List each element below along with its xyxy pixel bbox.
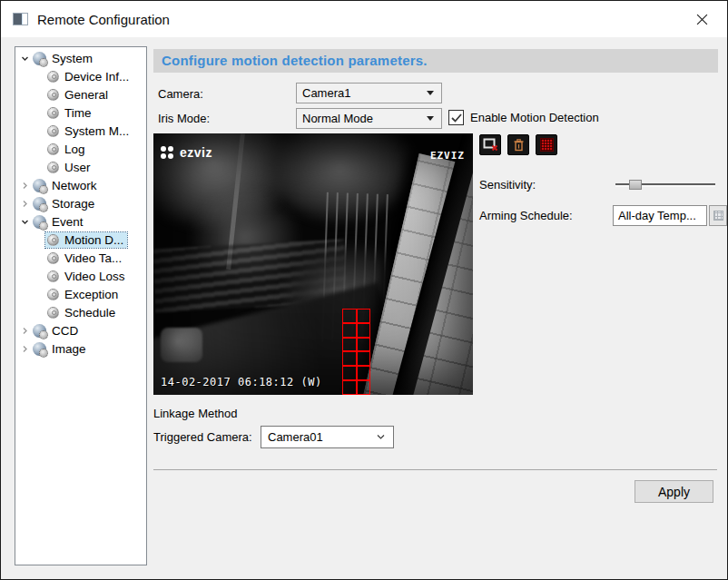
tree-node-label: User bbox=[64, 161, 91, 174]
tree-node-icon bbox=[47, 234, 59, 246]
tree-node-icon bbox=[47, 270, 59, 282]
tree-item-time[interactable]: Time bbox=[15, 103, 146, 122]
triggered-camera-select[interactable]: Camera01 bbox=[261, 426, 394, 448]
tree-item-video-ta[interactable]: Video Ta... bbox=[15, 249, 146, 267]
tree-node-label: Video Loss bbox=[64, 270, 125, 283]
chevron-icon[interactable] bbox=[19, 53, 31, 64]
select-full-area-button[interactable] bbox=[536, 134, 557, 155]
tree-item-user[interactable]: User bbox=[15, 158, 146, 176]
triggered-camera-value: Camera01 bbox=[261, 430, 376, 444]
motion-grid-cell bbox=[342, 380, 357, 395]
window-title: Remote Configuration bbox=[37, 12, 170, 27]
tree-node-icon bbox=[33, 324, 46, 338]
linkage-method-label: Linkage Method bbox=[153, 404, 238, 424]
tree-item-exception[interactable]: Exception bbox=[15, 285, 146, 303]
video-vignette bbox=[153, 133, 473, 395]
motion-grid-cell bbox=[342, 309, 357, 323]
config-tree: System Device Inf... General Time bbox=[15, 46, 147, 565]
chevron-icon[interactable] bbox=[19, 198, 31, 210]
tree-node-icon bbox=[47, 162, 59, 173]
iris-mode-select-value: Normal Mode bbox=[297, 112, 427, 125]
close-icon bbox=[696, 14, 708, 25]
tree-item-image[interactable]: Image bbox=[15, 339, 146, 358]
tree-node-label: Motion D... bbox=[64, 233, 123, 247]
dropdown-arrow-icon bbox=[427, 91, 434, 95]
iris-mode-label: Iris Mode: bbox=[158, 109, 210, 129]
tree-node-label: Image bbox=[52, 342, 86, 356]
window-icon bbox=[13, 13, 28, 25]
section-header-title: Configure motion detection parameters. bbox=[153, 49, 718, 73]
tree-item-video-loss[interactable]: Video Loss bbox=[15, 267, 146, 285]
remote-configuration-window: Remote Configuration System Device Inf..… bbox=[0, 0, 728, 580]
tree-item-general[interactable]: General bbox=[15, 85, 146, 103]
tree-node-icon bbox=[47, 143, 59, 155]
tree-node-icon bbox=[33, 215, 46, 229]
tree-node-icon bbox=[47, 107, 59, 119]
chevron-down-icon bbox=[376, 432, 386, 442]
apply-button[interactable]: Apply bbox=[635, 480, 713, 503]
tree-node-icon bbox=[47, 307, 59, 319]
tree-node-label: Network bbox=[52, 179, 97, 192]
tree-item-system-m[interactable]: System M... bbox=[15, 122, 146, 140]
osd-brand-text: EZVIZ bbox=[430, 150, 465, 162]
sensitivity-slider[interactable] bbox=[615, 179, 715, 192]
arming-schedule-control: All-day Temp... bbox=[613, 205, 727, 226]
tree-node-label: CCD bbox=[52, 324, 78, 338]
tree-node-icon bbox=[47, 252, 59, 264]
motion-grid-cell bbox=[342, 351, 357, 366]
tree-node-icon bbox=[47, 71, 59, 83]
tree-item-motion-d[interactable]: Motion D... bbox=[15, 231, 146, 249]
chevron-icon[interactable] bbox=[19, 180, 31, 192]
motion-grid-cell bbox=[357, 309, 371, 323]
tree-node-icon bbox=[33, 52, 46, 65]
tree-node-icon bbox=[33, 342, 46, 356]
tree-node-icon bbox=[47, 89, 59, 101]
motion-detection-grid bbox=[342, 309, 370, 395]
triggered-camera-label: Triggered Camera: bbox=[153, 428, 252, 447]
tree-node-label: Schedule bbox=[64, 306, 115, 319]
motion-grid-cell bbox=[357, 323, 371, 338]
video-preview-canvas[interactable]: ezviz EZVIZ 14-02-2017 06:18:12 (W) bbox=[153, 133, 473, 395]
tree-node-label: System M... bbox=[64, 124, 129, 138]
titlebar: Remote Configuration bbox=[1, 1, 727, 37]
tree-node-label: Event bbox=[52, 215, 84, 229]
arming-schedule-edit-button[interactable] bbox=[709, 205, 727, 226]
chevron-icon[interactable] bbox=[19, 343, 31, 355]
tree-node-label: Exception bbox=[64, 288, 118, 301]
motion-grid-cell bbox=[342, 338, 357, 352]
motion-grid-cell bbox=[357, 366, 371, 380]
motion-grid-cell bbox=[357, 338, 371, 352]
ezviz-logo-text: ezviz bbox=[180, 145, 212, 160]
chevron-icon[interactable] bbox=[19, 325, 31, 337]
motion-grid-cell bbox=[357, 351, 371, 366]
clear-region-button[interactable] bbox=[479, 134, 501, 155]
enable-motion-checkbox[interactable] bbox=[448, 110, 464, 125]
iris-mode-select[interactable]: Normal Mode bbox=[296, 108, 442, 129]
tree-node-icon bbox=[47, 125, 59, 137]
ezviz-logo: ezviz bbox=[161, 145, 212, 160]
tree-item-system[interactable]: System bbox=[15, 49, 146, 67]
tree-node-label: Storage bbox=[52, 197, 94, 211]
tree-node-label: Log bbox=[64, 143, 85, 156]
motion-grid-cell bbox=[342, 366, 357, 380]
delete-region-button[interactable] bbox=[507, 134, 529, 155]
motion-grid-cell bbox=[357, 380, 371, 395]
camera-select-value: Camera1 bbox=[297, 86, 427, 100]
tree-item-storage[interactable]: Storage bbox=[15, 194, 146, 212]
tree-item-log[interactable]: Log bbox=[15, 140, 146, 158]
tree-node-label: Device Inf... bbox=[64, 70, 129, 84]
tree-item-ccd[interactable]: CCD bbox=[15, 321, 146, 339]
tree-item-network[interactable]: Network bbox=[15, 176, 146, 194]
arming-schedule-field[interactable]: All-day Temp... bbox=[613, 205, 707, 226]
section-header: Configure motion detection parameters. bbox=[153, 49, 718, 73]
chevron-icon[interactable] bbox=[19, 216, 31, 228]
close-button[interactable] bbox=[682, 1, 722, 37]
tree-item-event[interactable]: Event bbox=[15, 212, 146, 231]
select-full-area-icon bbox=[540, 138, 554, 152]
sensitivity-slider-handle[interactable] bbox=[629, 180, 642, 190]
checkmark-icon bbox=[451, 113, 462, 123]
tree-item-schedule[interactable]: Schedule bbox=[15, 303, 146, 321]
camera-select[interactable]: Camera1 bbox=[296, 83, 442, 103]
enable-motion-detection-control[interactable]: Enable Motion Detection bbox=[448, 110, 599, 125]
tree-item-device-inf[interactable]: Device Inf... bbox=[15, 67, 146, 85]
